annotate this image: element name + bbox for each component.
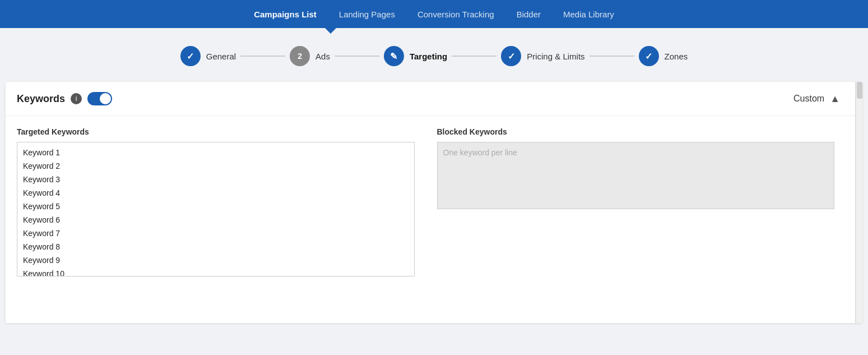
main-scrollbar[interactable] [856,82,862,323]
step-ads-label: Ads [315,52,330,61]
step-zones[interactable]: Zones [639,46,688,66]
step-pricing-label: Pricing & Limits [527,52,584,61]
custom-label: Custom [793,94,824,104]
keyword-item[interactable]: Keyword 8 [17,240,414,253]
step-ads[interactable]: 2 Ads [290,46,330,66]
keywords-info-icon[interactable]: i [71,93,82,104]
keyword-item[interactable]: Keyword 4 [17,186,414,200]
step-pricing[interactable]: Pricing & Limits [501,46,584,66]
targeted-keywords-section: Targeted Keywords Keyword 1Keyword 2Keyw… [17,127,415,276]
keywords-title: Keywords [17,93,65,105]
scrollbar-thumb[interactable] [857,82,862,99]
keywords-title-group: Keywords i [17,92,112,105]
nav-bidder[interactable]: Bidder [517,10,541,19]
keyword-item[interactable]: Keyword 3 [17,173,414,186]
keywords-body: Targeted Keywords Keyword 1Keyword 2Keyw… [6,116,862,293]
blocked-keywords-section: Blocked Keywords [437,127,835,276]
step-pricing-circle [501,46,521,66]
pencil-icon-targeting [390,51,397,62]
check-icon-zones [645,51,652,62]
top-nav: Campaigns List Landing Pages Conversion … [0,0,868,28]
step-ads-number: 2 [298,52,302,61]
step-connector-2 [335,56,379,57]
chevron-up-icon[interactable]: ▲ [830,93,840,105]
nav-conversion-tracking[interactable]: Conversion Tracking [417,10,494,19]
keywords-section-right: Custom ▲ [793,93,840,105]
nav-media-library[interactable]: Media Library [563,10,614,19]
keyword-item[interactable]: Keyword 6 [17,213,414,227]
stepper: General 2 Ads Targeting Pricing & Limits… [0,28,868,82]
keyword-item[interactable]: Keyword 2 [17,159,414,173]
step-targeting-label: Targeting [410,52,447,61]
blocked-keywords-label: Blocked Keywords [437,127,835,136]
nav-landing-pages[interactable]: Landing Pages [339,10,395,19]
main-content: Keywords i Custom ▲ Targeted Keywords Ke… [6,82,862,323]
check-icon-general [187,51,194,62]
targeted-keywords-label: Targeted Keywords [17,127,415,136]
step-general-label: General [206,52,236,61]
step-general[interactable]: General [180,46,236,66]
step-zones-label: Zones [665,52,688,61]
step-targeting-circle [384,46,404,66]
step-targeting[interactable]: Targeting [384,46,447,66]
keyword-item[interactable]: Keyword 9 [17,253,414,267]
step-ads-circle: 2 [290,46,310,66]
step-connector-4 [590,56,634,57]
nav-pointer-arrow [325,28,336,34]
keywords-section-header: Keywords i Custom ▲ [6,82,862,116]
keyword-item[interactable]: Keyword 5 [17,200,414,213]
step-connector-3 [452,56,496,57]
keywords-toggle[interactable] [87,92,112,105]
keyword-item[interactable]: Keyword 7 [17,227,414,240]
step-connector-1 [240,56,285,57]
step-zones-circle [639,46,659,66]
keyword-item[interactable]: Keyword 1 [17,146,414,159]
check-icon-pricing [508,51,515,62]
keyword-item[interactable]: Keyword 10 [17,267,414,276]
nav-campaigns[interactable]: Campaigns List [254,10,317,19]
blocked-keywords-textarea[interactable] [437,142,835,209]
step-general-circle [180,46,201,66]
targeted-keywords-list[interactable]: Keyword 1Keyword 2Keyword 3Keyword 4Keyw… [17,142,415,276]
